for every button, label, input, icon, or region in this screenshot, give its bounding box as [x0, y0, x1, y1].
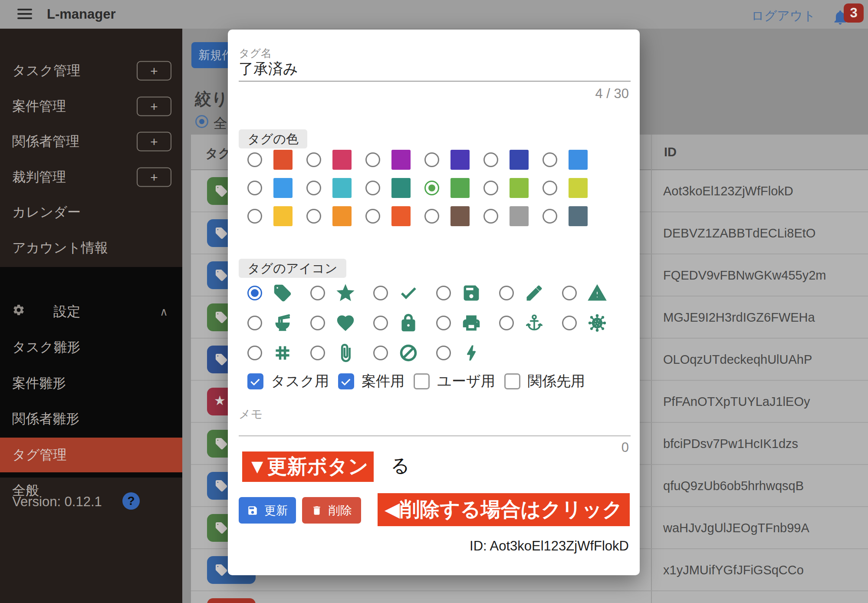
- color-swatch[interactable]: [569, 178, 588, 198]
- checkbox-unchecked[interactable]: [504, 373, 520, 389]
- color-radio[interactable]: [542, 181, 557, 195]
- delete-button[interactable]: 削除: [302, 497, 361, 524]
- color-radio[interactable]: [365, 181, 380, 195]
- tag-id-cell: waHJvJgUlJEOgTFnb99A: [663, 521, 809, 535]
- color-swatch[interactable]: [391, 206, 411, 226]
- color-swatch[interactable]: [450, 206, 470, 226]
- icon-radio[interactable]: [247, 346, 262, 360]
- sidebar-item-sub[interactable]: 案件雛形: [0, 366, 182, 401]
- icon-option: [310, 308, 373, 338]
- icon-radio[interactable]: [310, 316, 325, 330]
- icon-option: [247, 338, 310, 368]
- sidebar-item-sub[interactable]: 関係者雛形: [0, 402, 182, 436]
- color-radio[interactable]: [424, 152, 439, 167]
- color-radio[interactable]: [306, 181, 321, 195]
- icon-radio[interactable]: [562, 286, 577, 300]
- sidebar-item[interactable]: カレンダー: [0, 195, 182, 230]
- sidebar-item-settings[interactable]: 設定 ∧: [0, 294, 182, 329]
- icon-radio[interactable]: [499, 316, 514, 330]
- color-radio[interactable]: [483, 181, 498, 195]
- color-swatch[interactable]: [391, 178, 411, 198]
- color-swatch[interactable]: [510, 206, 529, 226]
- sidebar-item[interactable]: 案件管理+: [0, 89, 182, 124]
- checkbox-unchecked[interactable]: [414, 373, 430, 389]
- add-button[interactable]: +: [137, 96, 171, 116]
- usage-checkbox-item[interactable]: タスク用: [247, 372, 329, 391]
- color-swatch[interactable]: [569, 150, 588, 170]
- icon-radio[interactable]: [373, 316, 388, 330]
- color-radio-selected[interactable]: [424, 181, 439, 195]
- logout-link[interactable]: ログアウト: [751, 7, 815, 25]
- icon-radio[interactable]: [499, 286, 514, 300]
- color-radio[interactable]: [247, 181, 262, 195]
- menu-icon[interactable]: [17, 9, 32, 20]
- checkbox-checked[interactable]: [247, 373, 263, 389]
- sidebar-item[interactable]: タスク管理+: [0, 53, 182, 88]
- icon-radio[interactable]: [373, 346, 388, 360]
- color-swatch[interactable]: [450, 150, 470, 170]
- sidebar-item[interactable]: アカウント情報: [0, 231, 182, 265]
- sidebar-item-active[interactable]: タグ管理: [0, 438, 182, 472]
- icon-radio[interactable]: [562, 316, 577, 330]
- color-swatch[interactable]: [273, 178, 293, 198]
- icon-option: [247, 278, 310, 308]
- icon-radio[interactable]: [436, 346, 451, 360]
- tag-name-input[interactable]: 了承済み: [239, 59, 298, 79]
- usage-checkbox-item[interactable]: 関係先用: [504, 372, 585, 391]
- color-radio[interactable]: [542, 152, 557, 167]
- color-radio[interactable]: [424, 209, 439, 224]
- color-radio[interactable]: [483, 152, 498, 167]
- color-swatch[interactable]: [391, 150, 411, 170]
- color-swatch[interactable]: [273, 150, 293, 170]
- color-radio[interactable]: [365, 152, 380, 167]
- sidebar-item[interactable]: 関係者管理+: [0, 124, 182, 159]
- color-radio[interactable]: [365, 209, 380, 224]
- color-radio[interactable]: [247, 152, 262, 167]
- color-swatch[interactable]: [332, 178, 352, 198]
- sidebar-item-label: タスク管理: [12, 62, 80, 80]
- color-radio[interactable]: [542, 209, 557, 224]
- icon-radio-selected[interactable]: [247, 286, 262, 300]
- tag-id-cell: DEBVZ1ZABBTdECLi8EtO: [663, 226, 815, 241]
- usage-checkbox-item[interactable]: ユーザ用: [414, 372, 495, 391]
- color-swatch[interactable]: [569, 206, 588, 226]
- icon-radio[interactable]: [310, 346, 325, 360]
- tag-id-cell: FQEDV9vFBNwGKw455y2m: [663, 268, 826, 283]
- check-icon: [250, 376, 261, 386]
- checkbox-checked[interactable]: [338, 373, 354, 389]
- color-radio[interactable]: [306, 209, 321, 224]
- icon-radio[interactable]: [247, 316, 262, 330]
- add-button[interactable]: +: [137, 167, 171, 187]
- icon-radio[interactable]: [436, 286, 451, 300]
- usage-checkbox-item[interactable]: 案件用: [338, 372, 404, 391]
- color-option: [483, 202, 542, 230]
- color-swatch[interactable]: [510, 150, 529, 170]
- color-swatch[interactable]: [332, 150, 352, 170]
- icon-radio[interactable]: [310, 286, 325, 300]
- color-radio[interactable]: [247, 209, 262, 224]
- add-button[interactable]: +: [137, 132, 171, 152]
- anchor-icon: [525, 313, 544, 333]
- color-swatch[interactable]: [332, 206, 352, 226]
- pencil-icon: [525, 283, 544, 303]
- color-swatch[interactable]: [510, 178, 529, 198]
- icon-option: [310, 278, 373, 308]
- lock-icon: [399, 313, 418, 333]
- help-icon[interactable]: ?: [122, 492, 140, 510]
- color-swatch[interactable]: [273, 206, 293, 226]
- sidebar-item-sub[interactable]: タスク雛形: [0, 330, 182, 365]
- add-button[interactable]: +: [137, 61, 171, 81]
- icon-radio[interactable]: [373, 286, 388, 300]
- update-button[interactable]: 更新: [239, 497, 296, 524]
- color-swatch[interactable]: [450, 178, 470, 198]
- sidebar-item[interactable]: 裁判管理+: [0, 160, 182, 194]
- app-bar: L-manager ログアウト 3: [0, 0, 868, 29]
- app-title: L-manager: [47, 7, 115, 22]
- screen: 新規作成 絞り込み 全て タグ名 ID Aot3koEl123ZjWfFlokD…: [0, 0, 868, 603]
- table-row[interactable]: [191, 591, 868, 603]
- icon-radio[interactable]: [436, 316, 451, 330]
- color-option: [542, 145, 602, 174]
- color-radio[interactable]: [306, 152, 321, 167]
- color-radio[interactable]: [483, 209, 498, 224]
- notification-count-badge[interactable]: 3: [844, 3, 864, 23]
